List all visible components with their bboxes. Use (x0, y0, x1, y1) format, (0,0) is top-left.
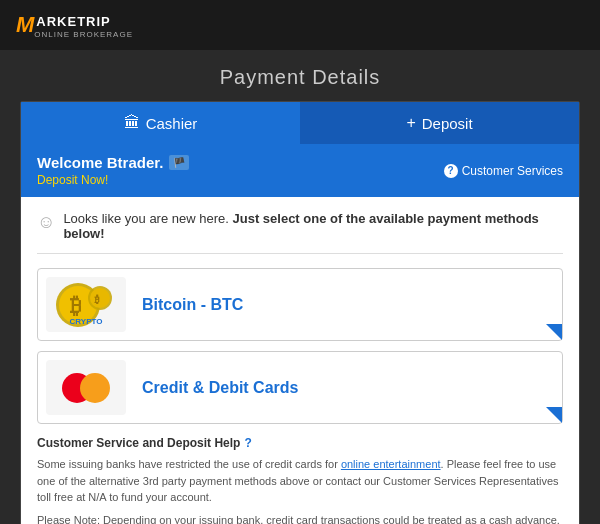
tab-deposit-label: Deposit (422, 115, 473, 132)
tab-cashier[interactable]: 🏛 Cashier (21, 102, 300, 144)
help-link[interactable]: online entertainment (341, 458, 441, 470)
tab-cashier-label: Cashier (146, 115, 198, 132)
notice-bar: ☺ Looks like you are new here. Just sele… (37, 211, 563, 254)
crypto-method-name: Bitcoin - BTC (142, 296, 554, 314)
svg-text:₿: ₿ (94, 294, 100, 305)
help-title-text: Customer Service and Deposit Help (37, 434, 240, 452)
cashier-icon: 🏛 (124, 114, 140, 132)
smiley-icon: ☺ (37, 212, 55, 233)
cs-label: Customer Services (462, 164, 563, 178)
flag-icon: 🏴 (169, 155, 189, 170)
help-section: Customer Service and Deposit Help ? Some… (37, 434, 563, 524)
payment-method-crypto[interactable]: ₿ CRYPTO ₿ Bitcoin - BTC (37, 268, 563, 341)
logo-sub: ONLINE BROKERAGE (34, 30, 133, 39)
deposit-now-label: Deposit Now! (37, 173, 189, 187)
page-title: Payment Details (0, 66, 600, 89)
deposit-plus-icon: + (406, 114, 415, 132)
customer-services-button[interactable]: ? Customer Services (444, 164, 563, 178)
payment-method-cards[interactable]: Credit & Debit Cards (37, 351, 563, 424)
welcome-name-text: Welcome Btrader. (37, 154, 163, 171)
inner-content: ☺ Looks like you are new here. Just sele… (21, 197, 579, 524)
tab-deposit[interactable]: + Deposit (300, 102, 579, 144)
cs-info-icon: ? (444, 164, 458, 178)
logo-m-icon: M (16, 12, 34, 38)
crypto-logo-box: ₿ CRYPTO ₿ (46, 277, 126, 332)
help-body3: Please Note: Depending on your issuing b… (37, 512, 563, 525)
notice-plain: Looks like you are new here. (63, 211, 232, 226)
help-body: Some issuing banks have restricted the u… (37, 456, 563, 506)
notice-text: Looks like you are new here. Just select… (63, 211, 563, 241)
logo-name: ARKETRIP (36, 14, 110, 29)
top-header: M ARKETRIP ONLINE BROKERAGE (0, 0, 600, 50)
welcome-banner: Welcome Btrader. 🏴 Deposit Now! ? Custom… (21, 144, 579, 197)
mastercard-logo (62, 373, 110, 403)
help-title: Customer Service and Deposit Help ? (37, 434, 563, 452)
tabs-bar: 🏛 Cashier + Deposit (21, 102, 579, 144)
welcome-name: Welcome Btrader. 🏴 (37, 154, 189, 171)
mc-orange-circle (80, 373, 110, 403)
welcome-left: Welcome Btrader. 🏴 Deposit Now! (37, 154, 189, 187)
mastercard-logo-box (46, 360, 126, 415)
main-box: 🏛 Cashier + Deposit Welcome Btrader. 🏴 D… (20, 101, 580, 524)
svg-text:CRYPTO: CRYPTO (70, 317, 103, 326)
cards-arrow-icon (546, 407, 562, 423)
logo: M ARKETRIP ONLINE BROKERAGE (16, 12, 133, 39)
page-title-area: Payment Details (0, 50, 600, 101)
help-question-icon[interactable]: ? (244, 434, 251, 452)
help-body1: Some issuing banks have restricted the u… (37, 458, 341, 470)
svg-point-6 (90, 288, 110, 308)
crypto-svg: ₿ CRYPTO ₿ (48, 280, 124, 330)
cards-method-name: Credit & Debit Cards (142, 379, 554, 397)
crypto-arrow-icon (546, 324, 562, 340)
